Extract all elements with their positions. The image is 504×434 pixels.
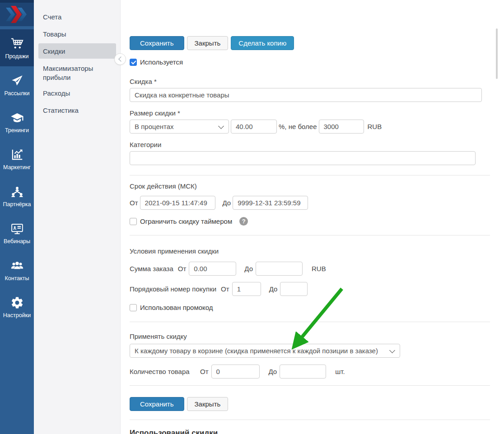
double-chevron-logo-icon — [0, 3, 33, 26]
discount-name-input[interactable] — [130, 88, 482, 102]
close-button-bottom[interactable]: Закрыть — [187, 397, 229, 411]
sidebar-item-label: Рассылки — [4, 90, 29, 97]
submenu-item-statistics[interactable]: Статистика — [43, 106, 111, 115]
app-logo[interactable] — [0, 0, 34, 26]
validity-label: Срок действия (МСК) — [130, 182, 197, 190]
order-sum-to-input[interactable] — [256, 262, 303, 276]
to-label: До — [244, 265, 253, 272]
used-checkbox-label: Используется — [140, 58, 183, 66]
divider — [130, 322, 490, 322]
max-amount-input[interactable] — [319, 120, 364, 134]
graduation-cap-icon — [10, 111, 24, 125]
help-icon[interactable]: ? — [239, 217, 248, 226]
categories-label: Категории — [130, 141, 161, 148]
submenu-item-accounts[interactable]: Счета — [43, 13, 111, 22]
promo-checkbox-label: Использован промокод — [140, 304, 213, 311]
sales-submenu: Счета Товары Скидки Максимизаторы прибыл… — [34, 0, 121, 434]
not-more-text: %, не более — [279, 123, 317, 130]
paper-plane-icon — [10, 74, 24, 88]
sidebar-item-affiliate[interactable]: Партнёрка — [0, 177, 34, 214]
webinar-monitor-icon — [10, 222, 24, 236]
conditions-heading: Условия применения скидки — [130, 247, 219, 255]
save-button[interactable]: Сохранить — [130, 36, 184, 50]
submenu-item-discounts[interactable]: Скидки — [38, 43, 116, 59]
sidebar-item-label: Вебинары — [4, 238, 30, 245]
used-checkbox[interactable] — [130, 59, 137, 66]
sidebar-item-label: Маркетинг — [3, 164, 31, 171]
percent-input[interactable] — [231, 120, 277, 134]
apply-discount-select[interactable]: К каждому товару в корзине (скидка приме… — [130, 344, 400, 358]
from-label: От — [178, 265, 187, 272]
chevron-down-icon — [218, 123, 224, 129]
timer-checkbox-label: Ограничить скидку таймером — [140, 217, 232, 225]
sidebar-item-label: Тренинги — [5, 127, 29, 134]
unit-text: шт. — [335, 368, 345, 375]
apply-discount-label: Применять скидку — [130, 332, 187, 340]
validity-from-input[interactable] — [140, 196, 215, 210]
primary-sidebar: Продажи Рассылки Тренинги — [0, 0, 34, 434]
sidebar-item-webinars[interactable]: Вебинары — [0, 214, 34, 251]
gear-icon — [10, 295, 24, 310]
purchase-number-label: Порядковый номер покупки — [130, 285, 216, 293]
categories-input[interactable] — [130, 151, 476, 165]
apply-discount-selected: К каждому товару в корзине (скидка приме… — [135, 347, 378, 355]
quantity-label: Количество товара — [130, 368, 193, 375]
from-label: От — [200, 368, 209, 375]
people-icon — [10, 259, 24, 273]
sidebar-item-contacts[interactable]: Контакты — [0, 251, 34, 288]
purchase-number-to-input[interactable] — [280, 282, 308, 296]
close-button[interactable]: Закрыть — [187, 36, 229, 50]
discount-name-label: Скидка * — [130, 78, 157, 85]
from-label: От — [130, 199, 138, 207]
order-sum-from-input[interactable] — [189, 262, 236, 276]
discount-type-select[interactable]: В процентах — [130, 120, 229, 134]
chevron-down-icon — [389, 347, 395, 353]
sidebar-item-marketing[interactable]: Маркетинг — [0, 140, 34, 177]
sidebar-item-trainings[interactable]: Тренинги — [0, 103, 34, 140]
sidebar-item-label: Контакты — [5, 275, 29, 282]
sidebar-item-mailings[interactable]: Рассылки — [0, 66, 34, 103]
sidebar-item-label: Партнёрка — [3, 201, 31, 208]
sidebar-item-settings[interactable]: Настройки — [0, 288, 34, 325]
submenu-item-products[interactable]: Товары — [43, 30, 111, 39]
make-copy-button[interactable]: Сделать копию — [231, 36, 294, 50]
purchase-number-from-input[interactable] — [232, 282, 261, 296]
quantity-to-input[interactable] — [280, 365, 326, 379]
collapse-sidebar-button[interactable] — [114, 53, 126, 65]
quantity-from-input[interactable] — [211, 365, 260, 379]
submenu-item-expenses[interactable]: Расходы — [43, 89, 111, 98]
currency-text: RUB — [368, 123, 382, 130]
bar-chart-icon — [10, 148, 24, 162]
to-label: До — [223, 199, 231, 207]
chevron-left-icon — [118, 56, 123, 61]
affiliate-network-icon — [10, 185, 24, 199]
divider — [130, 235, 490, 235]
submenu-item-maximizers[interactable]: Максимизаторы прибыли — [43, 64, 111, 82]
sidebar-item-sales[interactable]: Продажи — [0, 29, 34, 66]
clipped-section-heading: Использований скидки — [130, 429, 218, 434]
currency-text: RUB — [312, 265, 326, 272]
order-sum-label: Сумма заказа — [130, 265, 173, 272]
to-label: До — [269, 285, 278, 293]
promo-checkbox[interactable] — [130, 304, 137, 311]
scrollbar-thumb[interactable] — [496, 28, 498, 79]
save-button-bottom[interactable]: Сохранить — [130, 397, 184, 411]
divider — [130, 175, 490, 175]
sidebar-item-label: Настройки — [3, 312, 31, 319]
divider — [130, 385, 490, 386]
discount-edit-page: Продажи Рассылки Тренинги — [0, 0, 504, 434]
discount-size-label: Размер скидки * — [130, 109, 180, 117]
from-label: От — [221, 285, 229, 293]
sidebar-item-label: Продажи — [5, 53, 28, 60]
discount-type-selected: В процентах — [135, 123, 174, 130]
cart-icon — [10, 37, 24, 51]
validity-to-input[interactable] — [233, 196, 308, 210]
to-label: До — [269, 368, 277, 375]
timer-checkbox[interactable] — [130, 218, 137, 225]
divider — [130, 420, 490, 420]
